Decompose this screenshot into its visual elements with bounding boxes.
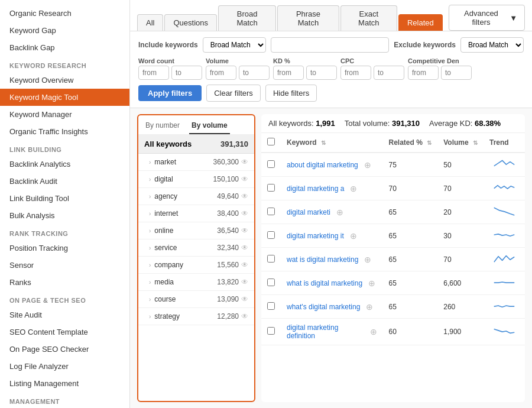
row-checkbox[interactable]	[267, 279, 275, 286]
cpc-group: CPC	[340, 57, 404, 80]
group-count: 49,640	[217, 192, 239, 200]
sidebar-section-section-rank-tracking: RANK TRACKING	[0, 224, 129, 239]
keyword-group-item[interactable]: › internet 38,400 👁	[138, 205, 254, 222]
tab-questions[interactable]: Questions	[164, 14, 217, 31]
sidebar-item-backlink-analytics[interactable]: Backlink Analytics	[0, 156, 129, 173]
keyword-group-item[interactable]: › course 13,090 👁	[138, 291, 254, 308]
row-checkbox[interactable]	[267, 255, 275, 263]
keyword-link[interactable]: what's digital marketing	[287, 303, 360, 311]
include-keywords-input[interactable]	[271, 37, 390, 53]
row-checkbox[interactable]	[267, 231, 275, 239]
sidebar-label-keyword-gap: Keyword Gap	[9, 26, 56, 35]
keyword-link[interactable]: digital marketing definition	[287, 323, 364, 340]
row-checkbox-cell	[261, 177, 281, 200]
row-checkbox[interactable]	[267, 184, 275, 192]
sparkline-icon	[489, 276, 519, 288]
keyword-group-item[interactable]: › digital 150,100 👁	[138, 171, 254, 188]
add-keyword-icon[interactable]: ⊕	[368, 279, 375, 288]
row-checkbox[interactable]	[267, 302, 275, 310]
trend-cell	[484, 224, 525, 248]
sidebar-item-backlink-gap[interactable]: Backlink Gap	[0, 39, 129, 56]
sidebar-item-listing-management[interactable]: Listing Management	[0, 375, 129, 392]
tab-broad-match[interactable]: Broad Match	[218, 5, 276, 31]
sidebar-item-seo-content-template[interactable]: SEO Content Template	[0, 323, 129, 341]
add-keyword-icon[interactable]: ⊕	[350, 231, 357, 241]
sidebar-item-ranks[interactable]: Ranks	[0, 274, 129, 291]
table-row: digital marketing a ⊕ 70 70	[261, 177, 525, 200]
total-volume-stat: Total volume: 391,310	[345, 119, 420, 128]
apply-filters-button[interactable]: Apply filters	[138, 85, 202, 101]
keyword-column-header[interactable]: Keyword ⇅	[281, 133, 383, 153]
tab-phrase-match[interactable]: Phrase Match	[277, 5, 339, 31]
sidebar-item-backlink-audit[interactable]: Backlink Audit	[0, 173, 129, 190]
eye-icon: 👁	[241, 244, 248, 252]
keyword-cell: what's digital marketing ⊕	[281, 295, 383, 319]
kd-inputs	[273, 66, 337, 80]
sidebar-item-keyword-overview[interactable]: Keyword Overview	[0, 72, 129, 89]
tab-by-volume[interactable]: By volume	[189, 119, 230, 134]
keyword-group-item[interactable]: › agency 49,640 👁	[138, 188, 254, 205]
related-pct-column-header[interactable]: Related % ⇅	[383, 133, 438, 153]
keyword-group-item[interactable]: › company 15,560 👁	[138, 257, 254, 274]
sidebar-item-bulk-analysis[interactable]: Bulk Analysis	[0, 207, 129, 224]
advanced-filters-button[interactable]: Advanced filters ▼	[449, 5, 525, 31]
sidebar-item-organic-research[interactable]: Organic Research	[0, 5, 129, 22]
row-checkbox[interactable]	[267, 160, 275, 168]
row-checkbox[interactable]	[267, 327, 275, 335]
cpc-from[interactable]	[340, 66, 371, 80]
tab-related[interactable]: Related	[398, 14, 443, 31]
keyword-group-item[interactable]: › media 13,820 👁	[138, 274, 254, 291]
word-count-from[interactable]	[138, 66, 169, 80]
select-all-checkbox[interactable]	[267, 138, 275, 145]
row-checkbox-cell	[261, 319, 281, 345]
comp-density-from[interactable]	[408, 66, 439, 80]
volume-to[interactable]	[239, 66, 270, 80]
group-count: 38,400	[217, 209, 239, 218]
sidebar-item-site-audit[interactable]: Site Audit	[0, 306, 129, 323]
exclude-type-select[interactable]: Broad Match	[460, 37, 524, 53]
kd-from[interactable]	[273, 66, 304, 80]
keyword-link[interactable]: about digital marketing	[287, 161, 358, 169]
kd-to[interactable]	[306, 66, 337, 80]
keyword-group-item[interactable]: › online 36,540 👁	[138, 222, 254, 239]
add-keyword-icon[interactable]: ⊕	[370, 327, 377, 336]
cpc-to[interactable]	[374, 66, 404, 80]
sidebar-item-organic-traffic-insights[interactable]: Organic Traffic Insights	[0, 123, 129, 140]
add-keyword-icon[interactable]: ⊕	[336, 208, 343, 217]
sidebar-item-sensor[interactable]: Sensor	[0, 257, 129, 274]
keyword-group-item[interactable]: › service 32,340 👁	[138, 239, 254, 257]
hide-filters-button[interactable]: Hide filters	[265, 85, 317, 102]
volume-column-header[interactable]: Volume ⇅	[437, 133, 484, 153]
clear-filters-button[interactable]: Clear filters	[206, 85, 261, 102]
sidebar-item-position-tracking[interactable]: Position Tracking	[0, 239, 129, 257]
sidebar-item-link-building-tool[interactable]: Link Building Tool	[0, 190, 129, 207]
add-keyword-icon[interactable]: ⊕	[364, 255, 371, 264]
sidebar-item-keyword-manager[interactable]: Keyword Manager	[0, 106, 129, 123]
comp-density-to[interactable]	[441, 66, 472, 80]
add-keyword-icon[interactable]: ⊕	[366, 302, 373, 312]
sidebar-item-keyword-gap[interactable]: Keyword Gap	[0, 22, 129, 39]
add-keyword-icon[interactable]: ⊕	[364, 160, 371, 170]
word-count-to[interactable]	[171, 66, 202, 80]
sidebar-item-on-page-seo-checker[interactable]: On Page SEO Checker	[0, 341, 129, 358]
sidebar-item-keyword-magic-tool[interactable]: Keyword Magic Tool	[0, 89, 129, 106]
tab-exact-match[interactable]: Exact Match	[340, 5, 397, 31]
keyword-link[interactable]: digital marketing a	[287, 184, 344, 193]
row-checkbox[interactable]	[267, 208, 275, 215]
keyword-link[interactable]: what is digital marketing	[287, 279, 362, 287]
sidebar-label-link-building-tool: Link Building Tool	[9, 194, 69, 203]
sidebar-section-section-management: MANAGEMENT	[0, 392, 129, 407]
keyword-group-item[interactable]: › strategy 12,280 👁	[138, 308, 254, 325]
keyword-link[interactable]: digital marketing it	[287, 232, 344, 240]
trend-cell	[484, 153, 525, 177]
keyword-cell: what is digital marketing ⊕	[281, 271, 383, 295]
keyword-link[interactable]: wat is digital marketing	[287, 255, 358, 264]
add-keyword-icon[interactable]: ⊕	[350, 184, 357, 193]
keyword-group-item[interactable]: › market 360,300 👁	[138, 154, 254, 171]
sidebar-item-log-file-analyzer[interactable]: Log File Analyzer	[0, 358, 129, 375]
tab-by-number[interactable]: By number	[143, 119, 182, 134]
tab-all[interactable]: All	[137, 14, 163, 31]
volume-from[interactable]	[206, 66, 236, 80]
keyword-link[interactable]: digital marketi	[287, 208, 330, 216]
include-type-select[interactable]: Broad Match	[203, 37, 266, 53]
